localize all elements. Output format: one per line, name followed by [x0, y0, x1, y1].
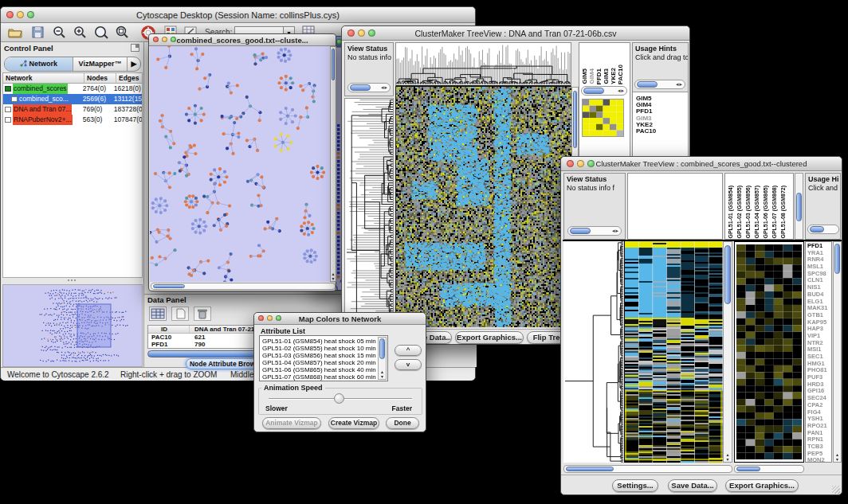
gene-list-item[interactable]: VIP1 [807, 333, 831, 340]
tv2-status-scrollbar[interactable]: ◂▸ [567, 226, 622, 236]
tv1-column-label[interactable]: GIM5 [581, 68, 588, 84]
gene-list-item[interactable]: TCB3 [807, 443, 831, 451]
gene-list-item[interactable]: YSH1 [807, 416, 831, 423]
tv1-column-label[interactable]: PFD1 [595, 68, 603, 84]
float-panel-icon[interactable] [131, 44, 139, 52]
tv2-column-label[interactable]: GPL51-02 (GSM855) [736, 186, 742, 239]
gene-list-item[interactable]: GPI16 [807, 388, 831, 395]
attribute-list-item[interactable]: GPL51-04 (GSM857) heat shock 20 min [262, 359, 377, 366]
new-attribute-icon[interactable] [171, 307, 189, 321]
tv2-zoom-heatmap[interactable] [736, 244, 802, 459]
attribute-list-item[interactable]: GPL51-07 (GSM868) heat shock 60 min [262, 373, 377, 381]
tv2-column-label[interactable]: GPL51-06 (GSM865) [763, 186, 768, 239]
zoom-button[interactable] [276, 315, 281, 321]
create-vizmap-button[interactable]: Create Vizmap [328, 417, 379, 429]
tv1-hints-scrollbar[interactable]: ◂▸ [634, 80, 685, 89]
speed-slider-thumb[interactable] [334, 393, 344, 404]
save-icon[interactable] [31, 25, 45, 39]
tv1-column-label[interactable]: GIM4 [588, 68, 595, 84]
close-button[interactable] [347, 29, 355, 37]
tv2-labels-vscrollbar[interactable] [795, 173, 803, 240]
attribute-list-item[interactable]: GPL51-03 (GSM856) heat shock 15 min [262, 352, 377, 359]
network-table-row[interactable]: DNA and Tran 07...769(0)183728(0) [3, 104, 142, 115]
gene-list-item[interactable]: HRD3 [807, 381, 831, 389]
gene-list-item[interactable]: RPO21 [807, 423, 831, 430]
tv1-mini-heatmap[interactable] [582, 99, 624, 137]
tv1-status-scrollbar[interactable]: ◂▸ [347, 83, 391, 92]
attribute-list-vscrollbar[interactable]: ▴▾ [378, 337, 387, 380]
network-table-row[interactable]: combined_scores2764(0)16218(0) [3, 84, 142, 94]
tv2-column-label[interactable]: GPL51-01 (GSM854) [728, 186, 733, 239]
tv1-labels-scrollbar[interactable]: ◂▸ [581, 86, 627, 96]
gene-list-item[interactable]: NTR2 [807, 340, 831, 347]
gene-list-item[interactable]: MAK31 [807, 305, 831, 312]
resize-grip[interactable] [832, 486, 840, 494]
dialog-titlebar[interactable]: Map Colors to Network [254, 313, 426, 325]
zoom-button[interactable] [27, 11, 34, 18]
network-table-row[interactable]: RNAPuberNov2+...563(0)107847(0) [3, 115, 142, 125]
gene-list-item[interactable]: KAP95 [807, 319, 831, 326]
tv2-column-label[interactable]: GPL51-03 (GSM856) [745, 186, 751, 239]
tv2-genes-vscrollbar[interactable]: ▴▾ [833, 241, 842, 463]
network-hscrollbar[interactable] [151, 283, 336, 290]
animate-vizmap-button[interactable]: Animate Vizmap [262, 417, 321, 429]
treeview2-titlebar[interactable]: ClusterMaker TreeView : combined_scores_… [561, 157, 842, 171]
tv2-column-label[interactable]: GPL51-04 (GSM857) [754, 186, 760, 239]
gene-list-item[interactable]: NIS1 [807, 284, 831, 291]
tv2-save-data-button[interactable]: Save Data... [668, 479, 717, 492]
tv1-column-label[interactable]: YKE2 [610, 68, 617, 84]
gene-list-item[interactable]: RPN1 [807, 436, 831, 443]
tv1-heatmap[interactable] [395, 87, 571, 327]
tv2-heatmap[interactable] [624, 241, 723, 463]
gene-list-item[interactable]: YRA1 [807, 250, 831, 257]
panel-divider-handle[interactable] [68, 279, 76, 283]
close-button[interactable] [153, 37, 159, 42]
network-window-1-titlebar[interactable]: combined_scores_good.txt--cluste... [149, 34, 336, 46]
scroll-arrows[interactable]: ◂▸ [381, 84, 388, 91]
tv1-row-dendrogram-panel[interactable] [344, 98, 394, 327]
treeview1-titlebar[interactable]: ClusterMaker TreeView : DNA and Tran 07-… [342, 26, 689, 41]
gene-list-item[interactable]: RNR4 [807, 256, 831, 264]
tv1-row-label[interactable]: PAC10 [636, 128, 684, 135]
tv2-bottom-hscrollbar-1[interactable] [563, 465, 732, 473]
tv1-column-dendrogram[interactable] [396, 43, 571, 84]
open-folder-icon[interactable] [7, 25, 23, 39]
attribute-list-item[interactable]: GPL51-06 (GSM865) heat shock 40 min [262, 366, 377, 373]
tv2-settings-button[interactable]: Settings... [612, 479, 658, 492]
tv2-column-label[interactable]: GPL51-08 (GSM872) [780, 186, 786, 239]
gene-list-item[interactable]: PAN1 [807, 430, 831, 437]
zoom-button[interactable] [368, 29, 375, 37]
tv1-column-label[interactable]: PAC10 [617, 64, 624, 84]
gene-list-item[interactable]: GTB1 [807, 312, 831, 319]
gene-list-item[interactable]: PFD1 [807, 243, 831, 250]
zoom-in-icon[interactable] [73, 25, 88, 40]
tv2-row-dendrogram-panel[interactable] [563, 241, 623, 463]
tv1-export-graphics-button[interactable]: Export Graphics... [455, 331, 524, 344]
network-view-canvas[interactable] [150, 46, 330, 282]
network-overview-panel[interactable] [2, 284, 143, 367]
minimize-button[interactable] [267, 315, 273, 321]
gene-list-item[interactable]: CPA2 [807, 402, 831, 409]
minimize-button[interactable] [577, 160, 584, 167]
gene-list-item[interactable]: BUD4 [807, 291, 831, 299]
tab-network[interactable]: Network [5, 57, 73, 71]
close-button[interactable] [6, 11, 14, 18]
data-table-icon[interactable] [149, 307, 167, 321]
close-button[interactable] [258, 315, 264, 321]
tv2-export-graphics-button[interactable]: Export Graphics... [725, 479, 799, 492]
tv2-gene-list[interactable]: PFD1YRA1RNR4MSL1SPC98CLN1NIS1BUD4ELG1MAK… [807, 243, 831, 463]
attribute-listbox[interactable]: GPL51-01 (GSM854) heat shock 05 minGPL51… [259, 335, 388, 381]
network-vscrollbar[interactable]: ▴▾ [330, 46, 336, 282]
zoom-fit-icon[interactable] [115, 25, 130, 40]
gene-list-item[interactable]: HAP3 [807, 326, 831, 333]
gene-list-item[interactable]: ELG1 [807, 299, 831, 306]
tab-vizmapper[interactable]: VizMapper™ [73, 57, 128, 71]
done-button[interactable]: Done [386, 417, 419, 429]
gene-list-item[interactable]: SEC24 [807, 395, 831, 402]
tv2-column-dendrogram-panel[interactable] [627, 173, 723, 240]
gene-list-item[interactable]: SPC98 [807, 271, 831, 278]
move-up-button[interactable]: ^ [395, 345, 422, 356]
zoom-out-icon[interactable] [52, 25, 67, 40]
tv2-hints-scrollbar[interactable] [807, 225, 839, 234]
gene-list-item[interactable]: SEC1 [807, 354, 831, 361]
